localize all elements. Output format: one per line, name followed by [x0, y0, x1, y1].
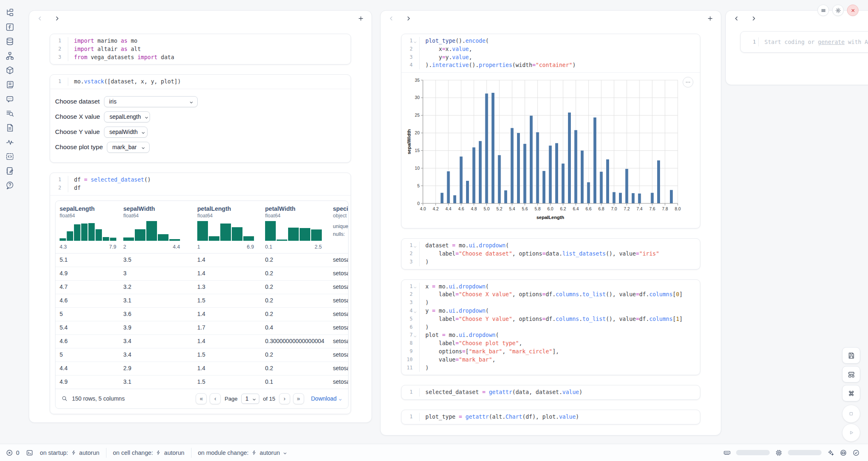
code-editor[interactable]: 1x = mo.ui.dropdown(2 label="Choose X va… — [402, 280, 700, 375]
chevron-right-icon[interactable] — [405, 15, 412, 22]
package-icon[interactable] — [5, 66, 14, 75]
column-header[interactable]: speciesobjectunique:nulls: — [329, 201, 349, 253]
fold-toggle-icon[interactable] — [413, 284, 417, 288]
search-icon[interactable] — [61, 395, 68, 402]
middle-panel: 1plot_type().encode(2 x=x.value,3 y=y.va… — [380, 10, 721, 436]
layout-toggle-button[interactable] — [842, 366, 860, 383]
choose-dataset-select[interactable]: iris — [104, 96, 198, 107]
table-row[interactable]: 4.63.41.40.30000000000000004setosa — [55, 335, 349, 348]
table-row[interactable]: 5.13.51.40.2setosa — [55, 254, 349, 267]
terminal-icon[interactable] — [26, 449, 33, 456]
copilot-icon[interactable] — [840, 449, 847, 456]
chevron-right-icon[interactable] — [750, 15, 757, 22]
column-header[interactable]: petalLengthfloat6416.9 — [193, 201, 261, 253]
code-cell-imports: 1import marimo as mo2import altair as al… — [50, 34, 351, 65]
code-cell-plot-type: 1plot_type = getattr(alt.Chart(df), plot… — [401, 410, 700, 424]
logs-icon[interactable] — [5, 80, 14, 89]
code-cell-selected-dataset: 1selected_dataset = getattr(data, datase… — [401, 385, 700, 400]
chevron-left-icon[interactable] — [37, 15, 43, 22]
keyboard-shortcuts-button[interactable] — [842, 385, 860, 401]
code-block-icon[interactable] — [5, 152, 14, 161]
column-header[interactable]: sepalWidthfloat6424.4 — [119, 201, 193, 253]
run-mode-on-startup[interactable]: on startup:autorun — [40, 449, 99, 456]
code-editor[interactable]: 1plot_type = getattr(alt.Chart(df), plot… — [402, 410, 700, 424]
scratchpad-icon[interactable] — [5, 166, 14, 175]
add-cell-icon[interactable] — [358, 15, 364, 22]
bar-chart[interactable]: 4.04.24.44.64.85.05.25.45.65.86.06.26.46… — [406, 76, 696, 224]
code-line: 3) — [402, 299, 700, 307]
run-mode-on-module-change[interactable]: on module change:autorun — [198, 449, 288, 456]
dependency-graph-icon[interactable] — [5, 51, 14, 60]
svg-text:4.0: 4.0 — [420, 206, 426, 211]
last-page-button[interactable]: » — [293, 393, 304, 404]
search-list-icon[interactable] — [5, 109, 14, 118]
line-number: 1 — [741, 37, 759, 46]
line-number: 8 — [402, 339, 420, 348]
table-row[interactable]: 4.931.40.2setosa — [55, 267, 349, 281]
previous-page-button[interactable]: ‹ — [210, 393, 221, 404]
next-page-button[interactable]: › — [279, 393, 290, 404]
stop-button[interactable] — [842, 405, 860, 423]
help-icon[interactable] — [5, 181, 14, 190]
first-page-button[interactable]: « — [196, 393, 207, 404]
run-mode-on-cell-change[interactable]: on cell change:autorun — [113, 449, 185, 456]
settings-gear-button[interactable] — [832, 5, 844, 16]
table-row[interactable]: 4.93.11.50.1setosa — [55, 376, 349, 389]
file-tree-icon[interactable] — [5, 8, 14, 17]
function-icon[interactable] — [5, 23, 14, 32]
ai-sparkles-icon[interactable] — [827, 449, 834, 456]
code-editor[interactable]: 1dataset = mo.ui.dropdown(2 label="Choos… — [402, 239, 700, 269]
activity-icon[interactable] — [5, 138, 14, 147]
table-row[interactable]: 5.43.91.70.4setosa — [55, 321, 349, 335]
snippets-icon[interactable] — [5, 123, 14, 132]
cpu-usage-bar[interactable] — [788, 450, 822, 455]
add-cell-icon[interactable] — [707, 15, 713, 22]
table-row[interactable]: 4.63.11.50.2setosa — [55, 294, 349, 308]
code-editor[interactable]: 1plot_type().encode(2 x=x.value,3 y=y.va… — [402, 34, 700, 72]
code-editor[interactable]: 1import marimo as mo2import altair as al… — [50, 34, 351, 64]
table-viewport[interactable]: sepalLengthfloat644.37.9sepalWidthfloat6… — [55, 201, 349, 389]
table-row[interactable]: 53.61.40.2setosa — [55, 308, 349, 321]
svg-text:6.6: 6.6 — [586, 206, 592, 211]
error-count[interactable]: 0 — [6, 449, 19, 456]
code-editor[interactable]: 1df = selected_dataset()2df — [50, 173, 351, 195]
choose-plot-type-select[interactable]: mark_bar — [107, 142, 150, 153]
code-editor[interactable]: 1selected_dataset = getattr(data, datase… — [402, 385, 700, 399]
table-row[interactable]: 4.73.21.30.2setosa — [55, 281, 349, 294]
connection-status-icon[interactable] — [852, 449, 860, 456]
save-button[interactable] — [842, 347, 860, 364]
download-button[interactable]: Download — [311, 395, 342, 402]
chevron-right-icon[interactable] — [54, 15, 60, 22]
choose-y-value-select[interactable]: sepalWidth — [104, 127, 148, 138]
chevron-down-icon — [141, 130, 145, 134]
column-header[interactable]: petalWidthfloat640.12.5 — [261, 201, 329, 253]
fold-toggle-icon[interactable] — [413, 244, 417, 248]
chart-menu-button[interactable] — [683, 77, 693, 88]
code-line: 7plot = mo.ui.dropdown( — [402, 331, 700, 339]
column-header[interactable]: sepalLengthfloat644.37.9 — [55, 201, 119, 253]
new-cell-editor[interactable]: 1 Start coding or generate with AI — [740, 31, 868, 53]
divider — [106, 448, 106, 458]
code-line: 1dataset = mo.ui.dropdown( — [402, 242, 700, 250]
svg-text:30: 30 — [415, 95, 420, 100]
chevron-left-icon[interactable] — [733, 15, 740, 22]
table-row[interactable]: 53.41.50.2setosa — [55, 348, 349, 362]
menu-button[interactable] — [817, 5, 829, 16]
fold-toggle-icon[interactable] — [413, 39, 417, 43]
column-histogram — [60, 219, 116, 242]
choose-x-value-select[interactable]: sepalLength — [104, 111, 150, 122]
code-editor[interactable]: 1mo.vstack([dataset, x, y, plot]) — [50, 75, 351, 89]
memory-usage-bar[interactable] — [736, 450, 770, 455]
database-icon[interactable] — [5, 37, 14, 46]
chat-icon[interactable] — [5, 95, 14, 104]
page-select[interactable]: 1 — [241, 394, 259, 404]
fold-toggle-icon[interactable] — [413, 333, 417, 337]
run-button[interactable] — [842, 424, 860, 442]
fold-toggle-icon[interactable] — [413, 309, 417, 313]
marimo-app: 1import marimo as mo2import altair as al… — [0, 0, 868, 461]
chevron-left-icon[interactable] — [388, 15, 395, 22]
generate-link[interactable]: generate — [818, 39, 845, 45]
table-row[interactable]: 4.42.91.40.2setosa — [55, 362, 349, 376]
close-button[interactable] — [847, 5, 859, 16]
code-line: 1import marimo as mo — [50, 37, 351, 45]
